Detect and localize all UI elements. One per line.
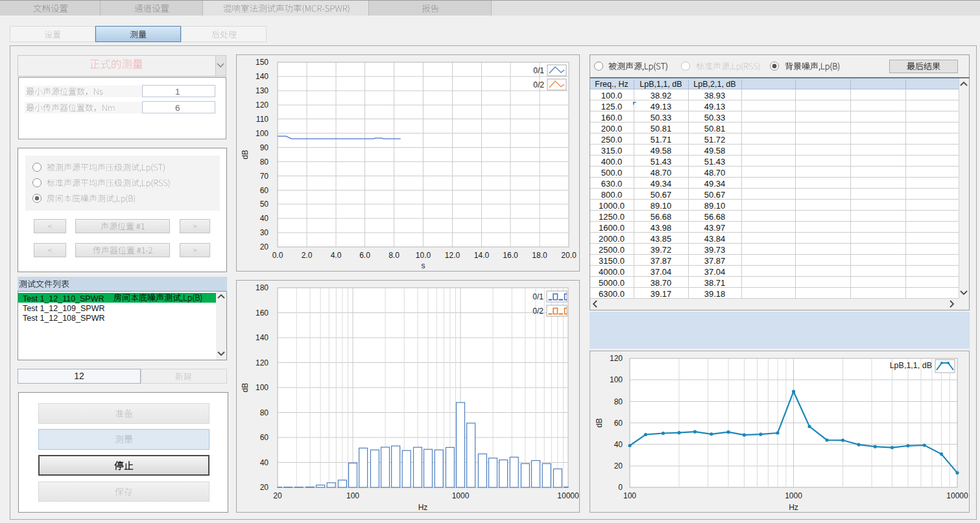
svg-text:140: 140 bbox=[256, 72, 269, 81]
svg-text:100: 100 bbox=[256, 129, 269, 138]
svg-text:120: 120 bbox=[610, 354, 623, 363]
svg-text:Hz: Hz bbox=[789, 503, 798, 512]
svg-text:6.0: 6.0 bbox=[359, 251, 370, 260]
svg-text:14.0: 14.0 bbox=[474, 251, 490, 260]
svg-text:4.0: 4.0 bbox=[331, 251, 342, 260]
svg-text:18.0: 18.0 bbox=[532, 251, 547, 260]
svg-text:150: 150 bbox=[256, 58, 269, 67]
svg-text:20: 20 bbox=[273, 491, 282, 500]
svg-text:0.0: 0.0 bbox=[272, 251, 283, 260]
svg-text:60: 60 bbox=[260, 186, 269, 195]
svg-text:dB: dB bbox=[241, 150, 250, 159]
svg-text:120: 120 bbox=[256, 100, 269, 110]
svg-text:30: 30 bbox=[260, 228, 269, 237]
svg-text:10000: 10000 bbox=[946, 491, 968, 500]
svg-text:10.0: 10.0 bbox=[416, 251, 431, 260]
svg-text:1000: 1000 bbox=[785, 491, 802, 500]
svg-text:140: 140 bbox=[256, 333, 269, 342]
svg-text:0/2: 0/2 bbox=[532, 307, 544, 316]
svg-text:20.0: 20.0 bbox=[561, 251, 577, 260]
svg-text:100: 100 bbox=[623, 491, 636, 500]
svg-text:LpB,1,1, dB: LpB,1,1, dB bbox=[890, 361, 932, 370]
svg-text:80: 80 bbox=[614, 397, 623, 406]
svg-text:40: 40 bbox=[614, 440, 623, 449]
svg-text:60: 60 bbox=[260, 433, 269, 442]
svg-text:70: 70 bbox=[260, 172, 269, 181]
svg-text:180: 180 bbox=[256, 283, 269, 292]
svg-text:dB: dB bbox=[241, 383, 250, 393]
svg-text:0/1: 0/1 bbox=[533, 66, 544, 75]
svg-text:80: 80 bbox=[260, 157, 269, 167]
svg-text:8.0: 8.0 bbox=[388, 251, 400, 260]
svg-text:20: 20 bbox=[614, 461, 623, 471]
svg-text:90: 90 bbox=[260, 143, 269, 152]
svg-text:16.0: 16.0 bbox=[503, 251, 518, 260]
svg-text:160: 160 bbox=[256, 308, 269, 318]
svg-text:dB: dB bbox=[595, 418, 604, 428]
svg-text:12.0: 12.0 bbox=[445, 251, 460, 260]
svg-text:20: 20 bbox=[260, 242, 269, 251]
svg-text:s: s bbox=[422, 261, 425, 270]
svg-text:80: 80 bbox=[260, 408, 269, 417]
svg-text:0: 0 bbox=[618, 483, 623, 492]
svg-text:2.0: 2.0 bbox=[302, 251, 313, 260]
svg-text:50: 50 bbox=[260, 200, 269, 209]
svg-text:0/2: 0/2 bbox=[533, 80, 544, 89]
svg-text:0/1: 0/1 bbox=[532, 292, 544, 301]
svg-text:120: 120 bbox=[256, 358, 269, 367]
svg-text:110: 110 bbox=[256, 115, 269, 124]
svg-text:100: 100 bbox=[256, 383, 269, 392]
svg-text:60: 60 bbox=[614, 419, 623, 428]
svg-text:100: 100 bbox=[346, 491, 359, 500]
svg-text:10000: 10000 bbox=[557, 491, 579, 500]
svg-text:100: 100 bbox=[610, 375, 623, 384]
svg-text:20: 20 bbox=[260, 483, 269, 492]
svg-text:40: 40 bbox=[260, 214, 269, 223]
svg-text:1000: 1000 bbox=[452, 491, 470, 500]
svg-text:40: 40 bbox=[260, 458, 269, 467]
svg-text:130: 130 bbox=[256, 86, 269, 95]
svg-text:Hz: Hz bbox=[418, 503, 428, 512]
